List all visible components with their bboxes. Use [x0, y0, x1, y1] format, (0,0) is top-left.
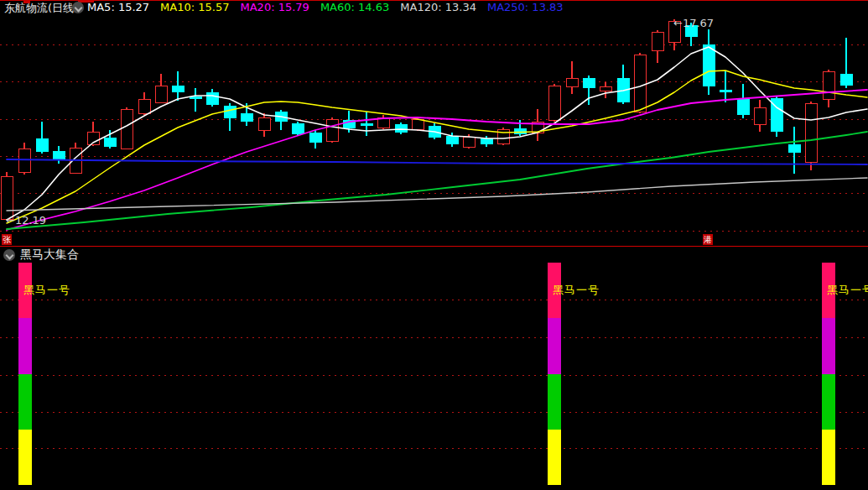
ma20-legend: MA20: 15.79	[241, 1, 309, 13]
chevron-down-icon[interactable]	[3, 249, 15, 261]
ma120-legend: MA120: 13.34	[400, 1, 476, 13]
panel-divider[interactable]	[0, 246, 868, 247]
high-price-annotation: ←17.67	[673, 17, 714, 29]
ma250-legend: MA250: 13.83	[487, 1, 564, 13]
axis-marker-gang[interactable]: 港	[703, 234, 713, 245]
stock-app-window: 东航物流(日线) MA5: 15.27 MA10: 15.57 MA20: 15…	[0, 0, 868, 490]
chevron-down-icon[interactable]	[72, 2, 84, 13]
signal-label: 黑马一号	[827, 283, 868, 298]
ma10-legend: MA10: 15.57	[160, 1, 229, 13]
candlestick-chart-canvas[interactable]	[0, 0, 868, 490]
axis-marker-zhang[interactable]: 张	[2, 234, 12, 245]
ma60-legend: MA60: 14.63	[320, 1, 389, 13]
signal-label: 黑马一号	[23, 283, 70, 298]
ma-legend: MA5: 15.27 MA10: 15.57 MA20: 15.79 MA60:…	[87, 1, 564, 13]
low-price-annotation: ←12.19	[6, 214, 46, 227]
stock-title: 东航物流(日线)	[4, 1, 78, 16]
signal-label: 黑马一号	[553, 283, 600, 298]
indicator-title[interactable]: 黑马大集合	[20, 248, 79, 263]
ma5-legend: MA5: 15.27	[87, 1, 149, 13]
